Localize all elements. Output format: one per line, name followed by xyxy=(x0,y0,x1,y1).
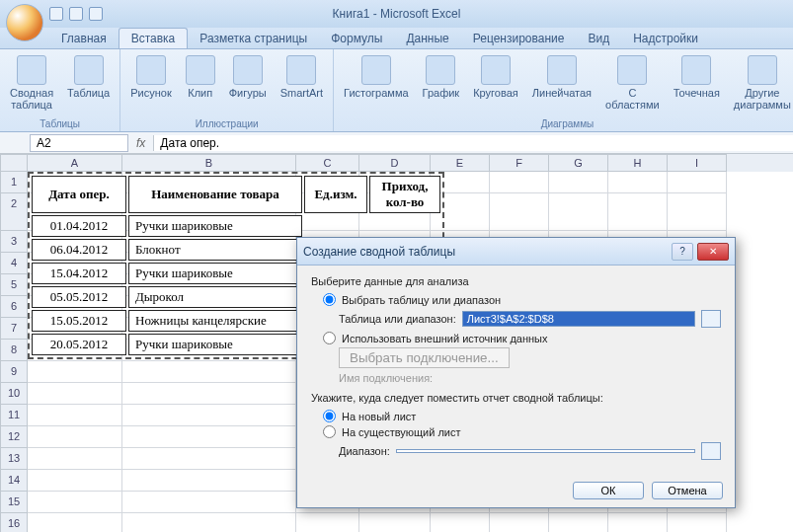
col-header-g[interactable]: G xyxy=(549,154,608,172)
cancel-button[interactable]: Отмена xyxy=(652,482,723,499)
ok-button[interactable]: ОК xyxy=(573,482,644,499)
area-chart-button[interactable]: С областями xyxy=(603,53,662,113)
cell[interactable] xyxy=(28,426,122,448)
cell[interactable] xyxy=(28,470,122,492)
cell[interactable] xyxy=(28,405,122,426)
row-header[interactable]: 10 xyxy=(0,383,28,405)
row-header[interactable]: 4 xyxy=(0,253,28,274)
cell[interactable] xyxy=(549,193,608,231)
cell[interactable] xyxy=(122,470,296,492)
cell[interactable] xyxy=(668,513,727,532)
cell[interactable] xyxy=(28,492,122,513)
cell-date[interactable]: 05.05.2012 xyxy=(32,286,126,308)
cell[interactable] xyxy=(431,513,490,532)
cell[interactable] xyxy=(122,361,296,383)
cell-name[interactable]: Ножницы канцелярские xyxy=(128,310,302,332)
undo-icon[interactable] xyxy=(69,7,83,21)
cell-date[interactable]: 06.04.2012 xyxy=(32,239,126,261)
scatter-chart-button[interactable]: Точечная xyxy=(672,53,722,101)
name-box[interactable]: A2 xyxy=(30,134,128,152)
cell-name[interactable]: Ручки шариковые xyxy=(128,334,302,355)
office-button[interactable] xyxy=(6,4,43,41)
cell[interactable] xyxy=(490,513,549,532)
cell-date[interactable]: 20.05.2012 xyxy=(32,334,126,355)
row-header[interactable]: 5 xyxy=(0,274,28,296)
tab-insert[interactable]: Вставка xyxy=(119,28,189,48)
row-header[interactable]: 6 xyxy=(0,296,28,318)
row-header[interactable]: 1 xyxy=(0,172,28,193)
cell-date[interactable]: 01.04.2012 xyxy=(32,215,126,237)
cell[interactable] xyxy=(122,513,296,532)
col-header-a[interactable]: A xyxy=(28,154,122,172)
radio-select-range[interactable] xyxy=(323,293,336,306)
tab-view[interactable]: Вид xyxy=(576,29,621,48)
row-header[interactable]: 13 xyxy=(0,448,28,470)
column-chart-button[interactable]: Гистограмма xyxy=(342,53,411,101)
cell-name[interactable]: Блокнот xyxy=(128,239,302,261)
row-header[interactable]: 15 xyxy=(0,492,28,513)
radio-existing-sheet[interactable] xyxy=(323,425,336,438)
cell[interactable] xyxy=(490,172,549,193)
tab-review[interactable]: Рецензирование xyxy=(461,29,577,48)
tab-pagelayout[interactable]: Разметка страницы xyxy=(188,29,319,48)
cell[interactable] xyxy=(668,172,727,193)
pivot-table-button[interactable]: Сводная таблица xyxy=(8,53,55,113)
row-header[interactable]: 12 xyxy=(0,426,28,448)
row-header[interactable]: 8 xyxy=(0,340,28,361)
location-ref-button[interactable] xyxy=(701,442,721,460)
cell-date[interactable]: 15.05.2012 xyxy=(32,310,126,332)
table-button[interactable]: Таблица xyxy=(65,53,112,101)
clip-button[interactable]: Клип xyxy=(184,53,217,101)
select-all-corner[interactable] xyxy=(0,154,28,172)
fx-icon[interactable]: fx xyxy=(136,136,145,150)
cell[interactable] xyxy=(28,448,122,470)
location-input[interactable] xyxy=(396,449,695,453)
picture-button[interactable]: Рисунок xyxy=(128,53,174,101)
cell-date[interactable]: 15.04.2012 xyxy=(32,263,126,284)
other-charts-button[interactable]: Другие диаграммы xyxy=(732,53,793,113)
col-header-f[interactable]: F xyxy=(490,154,549,172)
cell[interactable] xyxy=(608,513,668,532)
range-input[interactable]: Лист3!$A$2:$D$8 xyxy=(462,311,695,327)
tab-data[interactable]: Данные xyxy=(394,29,460,48)
row-header[interactable]: 16 xyxy=(0,513,28,532)
dialog-close-button[interactable]: ✕ xyxy=(697,243,729,261)
col-header-i[interactable]: I xyxy=(668,154,727,172)
cell-name[interactable]: Ручки шариковые xyxy=(128,263,302,284)
shapes-button[interactable]: Фигуры xyxy=(227,53,269,101)
cell[interactable] xyxy=(122,383,296,405)
cell-name[interactable]: Ручки шариковые xyxy=(128,215,302,237)
cell[interactable] xyxy=(28,383,122,405)
cell[interactable] xyxy=(359,513,431,532)
cell[interactable] xyxy=(490,193,549,231)
cell[interactable] xyxy=(122,426,296,448)
cell[interactable] xyxy=(122,492,296,513)
col-header-d[interactable]: D xyxy=(359,154,431,172)
range-ref-button[interactable] xyxy=(701,310,721,328)
cell[interactable] xyxy=(549,513,608,532)
cell-name[interactable]: Дырокол xyxy=(128,286,302,308)
cell[interactable] xyxy=(549,172,608,193)
cell[interactable] xyxy=(28,361,122,383)
col-header-c[interactable]: C xyxy=(296,154,359,172)
col-header-h[interactable]: H xyxy=(608,154,668,172)
pie-chart-button[interactable]: Круговая xyxy=(471,53,520,101)
row-header[interactable]: 9 xyxy=(0,361,28,383)
bar-chart-button[interactable]: Линейчатая xyxy=(530,53,594,101)
tab-home[interactable]: Главная xyxy=(49,29,119,48)
radio-external-source[interactable] xyxy=(323,332,336,344)
cell[interactable] xyxy=(28,513,122,532)
cell[interactable] xyxy=(122,405,296,426)
row-header[interactable]: 3 xyxy=(0,231,28,253)
row-header[interactable]: 11 xyxy=(0,405,28,426)
redo-icon[interactable] xyxy=(89,7,103,21)
save-icon[interactable] xyxy=(49,7,63,21)
cell[interactable] xyxy=(668,193,727,231)
col-header-b[interactable]: B xyxy=(122,154,296,172)
cell[interactable] xyxy=(608,172,668,193)
dialog-help-button[interactable]: ? xyxy=(672,243,693,261)
row-header[interactable]: 7 xyxy=(0,318,28,340)
line-chart-button[interactable]: График xyxy=(421,53,462,101)
tab-formulas[interactable]: Формулы xyxy=(319,29,394,48)
tab-addins[interactable]: Надстройки xyxy=(621,29,710,48)
